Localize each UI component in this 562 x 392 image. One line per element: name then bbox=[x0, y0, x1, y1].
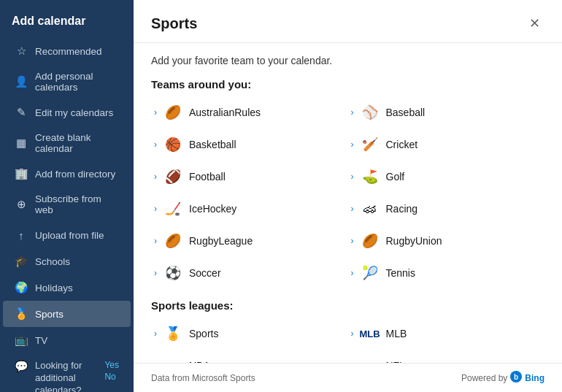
team-item-tennis[interactable]: › 🎾 Tennis bbox=[348, 257, 545, 289]
sidebar: Add calendar ☆ Recommended 👤 Add persona… bbox=[0, 0, 134, 392]
racing-icon: 🏎 bbox=[360, 199, 380, 219]
team-name: RugbyUnion bbox=[386, 235, 442, 247]
league-item-sports[interactable]: › 🏅 Sports bbox=[151, 318, 348, 350]
recommended-icon: ☆ bbox=[15, 45, 28, 58]
leagues-section-title: Sports leagues: bbox=[151, 299, 544, 312]
chevron-icon: › bbox=[351, 204, 354, 214]
modal-footer: Data from Microsoft Sports Powered by b … bbox=[134, 363, 562, 392]
sidebar-item-label: Upload from file bbox=[35, 230, 104, 241]
chevron-icon: › bbox=[154, 236, 157, 246]
nfl-icon: NFL bbox=[360, 356, 380, 363]
web-icon: ⊕ bbox=[15, 198, 28, 211]
chevron-icon: › bbox=[154, 328, 157, 339]
sidebar-item-tv[interactable]: 📺 TV bbox=[3, 327, 131, 353]
sidebar-title: Add calendar bbox=[0, 6, 134, 38]
no-link[interactable]: No bbox=[104, 372, 119, 382]
team-item-basketball[interactable]: › 🏀 Basketball bbox=[151, 128, 348, 161]
chevron-icon: › bbox=[351, 328, 354, 339]
icehockey-icon: 🏒 bbox=[163, 199, 183, 219]
chevron-icon: › bbox=[154, 268, 157, 278]
modal-body: Add your favorite team to your calendar.… bbox=[134, 43, 562, 363]
sidebar-item-upload-file[interactable]: ↑ Upload from file bbox=[3, 222, 131, 248]
team-item-cricket[interactable]: › 🏏 Cricket bbox=[348, 128, 545, 161]
sidebar-item-add-directory[interactable]: 🏢 Add from directory bbox=[3, 161, 131, 187]
rugbyunion-icon: 🏉 bbox=[360, 231, 380, 251]
sidebar-item-label: Schools bbox=[35, 256, 70, 267]
chevron-icon: › bbox=[351, 172, 354, 182]
sidebar-item-label: Create blank calendar bbox=[35, 132, 119, 154]
sidebar-item-subscribe-web[interactable]: ⊕ Subscribe from web bbox=[3, 187, 131, 222]
sidebar-item-sports[interactable]: 🏅 Sports bbox=[3, 301, 131, 327]
team-name: Golf bbox=[386, 171, 405, 182]
team-item-racing[interactable]: › 🏎 Racing bbox=[348, 193, 545, 225]
footer-powered: Powered by b Bing bbox=[461, 371, 544, 385]
sidebar-item-edit-calendars[interactable]: ✎ Edit my calendars bbox=[3, 99, 131, 126]
team-name: RugbyLeague bbox=[189, 235, 253, 247]
sidebar-item-label: Add from directory bbox=[35, 169, 115, 180]
yes-link[interactable]: Yes bbox=[104, 360, 119, 370]
chevron-icon: › bbox=[351, 107, 354, 118]
sidebar-item-create-blank[interactable]: ▦ Create blank calendar bbox=[3, 126, 131, 161]
looking-links: Yes No bbox=[104, 360, 119, 382]
chevron-icon: › bbox=[154, 107, 157, 118]
nba-icon: NBA bbox=[163, 356, 183, 363]
sports-icon: 🏅 bbox=[15, 307, 28, 320]
sidebar-item-recommended[interactable]: ☆ Recommended bbox=[3, 38, 131, 64]
chevron-icon: › bbox=[154, 139, 157, 150]
team-item-soccer[interactable]: › ⚽ Soccer bbox=[151, 257, 348, 289]
sidebar-item-add-personal[interactable]: 👤 Add personal calendars bbox=[3, 64, 131, 99]
team-item-baseball[interactable]: › ⚾ Baseball bbox=[348, 96, 545, 128]
directory-icon: 🏢 bbox=[15, 167, 28, 180]
league-item-nfl[interactable]: › NFL NFL bbox=[348, 350, 545, 363]
basketball-icon: 🏀 bbox=[163, 134, 183, 155]
schools-icon: 🎓 bbox=[15, 255, 28, 268]
sidebar-item-label: Subscribe from web bbox=[35, 193, 119, 215]
team-name: Baseball bbox=[386, 107, 426, 118]
golf-icon: ⛳ bbox=[360, 166, 380, 187]
bing-logo: b bbox=[510, 371, 522, 385]
close-button[interactable]: ✕ bbox=[524, 13, 544, 34]
sidebar-item-label: Edit my calendars bbox=[35, 107, 113, 118]
modal-title: Sports bbox=[151, 15, 197, 32]
league-item-nba[interactable]: › NBA NBA bbox=[151, 350, 348, 363]
chevron-icon: › bbox=[154, 204, 157, 214]
cricket-icon: 🏏 bbox=[360, 134, 380, 155]
league-name: Sports bbox=[189, 328, 218, 339]
powered-by-text: Powered by bbox=[461, 373, 507, 383]
bing-text: Bing bbox=[525, 373, 544, 383]
tennis-icon: 🎾 bbox=[360, 263, 380, 283]
sidebar-item-label: Holidays bbox=[35, 283, 73, 293]
league-item-mlb[interactable]: › MLB MLB bbox=[348, 318, 545, 350]
sidebar-item-label: TV bbox=[35, 335, 47, 346]
calendar-icon: ▦ bbox=[15, 137, 28, 150]
tv-icon: 📺 bbox=[15, 334, 28, 347]
team-item-australian-rules[interactable]: › 🏉 AustralianRules bbox=[151, 96, 348, 128]
team-name: Basketball bbox=[189, 139, 236, 150]
team-item-golf[interactable]: › ⛳ Golf bbox=[348, 161, 545, 193]
person-icon: 👤 bbox=[15, 75, 28, 88]
team-item-icehockey[interactable]: › 🏒 IceHockey bbox=[151, 193, 348, 225]
soccer-icon: ⚽ bbox=[163, 263, 183, 283]
sidebar-item-schools[interactable]: 🎓 Schools bbox=[3, 248, 131, 274]
football-icon: 🏈 bbox=[163, 166, 183, 187]
team-item-rugbyleague[interactable]: › 🏉 RugbyLeague bbox=[151, 225, 348, 257]
baseball-icon: ⚾ bbox=[360, 102, 380, 123]
chevron-icon: › bbox=[154, 172, 157, 182]
edit-icon: ✎ bbox=[15, 106, 28, 119]
upload-icon: ↑ bbox=[15, 228, 28, 242]
sidebar-item-holidays[interactable]: 🌍 Holidays bbox=[3, 274, 131, 301]
mlb-icon: MLB bbox=[360, 323, 380, 344]
modal-header: Sports ✕ bbox=[134, 0, 562, 43]
team-name: Soccer bbox=[189, 267, 221, 279]
team-name: AustralianRules bbox=[189, 107, 261, 118]
sidebar-item-label: Add personal calendars bbox=[35, 71, 119, 93]
looking-icon: 💬 bbox=[15, 360, 28, 373]
australian-rules-icon: 🏉 bbox=[163, 102, 183, 123]
team-item-rugbyunion[interactable]: › 🏉 RugbyUnion bbox=[348, 225, 545, 257]
team-item-football[interactable]: › 🏈 Football bbox=[151, 161, 348, 193]
sidebar-looking: 💬 Looking for additional calendars? Yes … bbox=[3, 353, 131, 392]
team-name: Tennis bbox=[386, 267, 415, 279]
modal-subtitle: Add your favorite team to your calendar. bbox=[151, 55, 544, 66]
team-name: Football bbox=[189, 171, 226, 182]
sports-modal: Sports ✕ Add your favorite team to your … bbox=[134, 0, 562, 392]
